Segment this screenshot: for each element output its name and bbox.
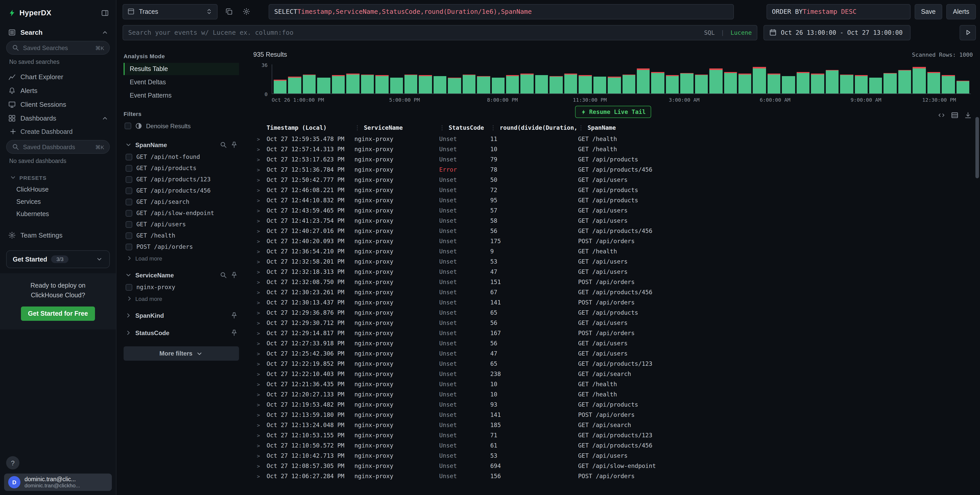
row-expand-chevron[interactable]: > xyxy=(253,392,267,397)
facet-option[interactable]: POST /api/orders xyxy=(124,241,239,252)
histogram-bar[interactable] xyxy=(898,70,911,94)
chevron-down-icon[interactable] xyxy=(125,141,132,149)
table-row[interactable]: >Oct 27 12:22:19.852 PMnginx-proxyUnset6… xyxy=(253,359,973,369)
histogram-bar[interactable] xyxy=(535,75,548,94)
histogram-bar[interactable] xyxy=(593,76,606,94)
date-range-picker[interactable]: Oct 26 13:00:00 - Oct 27 13:00:00 xyxy=(764,25,910,40)
more-filters-button[interactable]: More filters xyxy=(124,346,239,361)
table-row[interactable]: >Oct 27 12:44:10.832 PMnginx-proxyUnset9… xyxy=(253,195,973,205)
histogram-bar[interactable] xyxy=(927,72,940,94)
facet-search-icon[interactable] xyxy=(220,141,227,149)
row-expand-chevron[interactable]: > xyxy=(253,473,267,479)
row-expand-chevron[interactable]: > xyxy=(253,259,267,264)
facet-header[interactable]: StatusCode xyxy=(124,327,239,339)
row-expand-chevron[interactable]: > xyxy=(253,433,267,438)
pin-icon[interactable] xyxy=(230,141,238,149)
facet-option[interactable]: GET /api/slow-endpoint xyxy=(124,207,239,219)
row-expand-chevron[interactable]: > xyxy=(253,351,267,356)
row-expand-chevron[interactable]: > xyxy=(253,187,267,193)
histogram-bar[interactable] xyxy=(666,75,679,94)
table-density-icon[interactable] xyxy=(951,111,959,119)
pin-icon[interactable] xyxy=(230,271,238,279)
histogram-bar[interactable] xyxy=(303,74,316,94)
table-row[interactable]: >Oct 27 12:51:36.784 PMnginx-proxyError7… xyxy=(253,164,973,175)
chevron-down-icon[interactable] xyxy=(125,271,132,279)
sql-select-input[interactable]: SELECT Timestamp,ServiceName,StatusCode,… xyxy=(269,4,733,19)
saved-dashboards-input[interactable]: Saved Dashboards ⌘K xyxy=(6,140,110,154)
histogram-bar[interactable] xyxy=(738,73,751,94)
histogram-bar[interactable] xyxy=(506,75,519,94)
histogram-bar[interactable] xyxy=(724,72,737,94)
mode-event-deltas[interactable]: Event Deltas xyxy=(124,76,239,88)
mode-results-table[interactable]: Results Table xyxy=(124,63,239,75)
row-expand-chevron[interactable]: > xyxy=(253,442,267,448)
resume-live-tail-button[interactable]: Resume Live Tail xyxy=(575,106,651,118)
facet-option[interactable]: GET /health xyxy=(124,230,239,241)
table-row[interactable]: >Oct 27 12:29:14.817 PMnginx-proxyUnset1… xyxy=(253,328,973,338)
histogram-bar[interactable] xyxy=(695,74,708,94)
table-row[interactable]: >Oct 27 12:36:54.210 PMnginx-proxyUnset9… xyxy=(253,246,973,256)
row-expand-chevron[interactable]: > xyxy=(253,228,267,234)
chevron-up-icon[interactable] xyxy=(101,29,109,36)
row-expand-chevron[interactable]: > xyxy=(253,412,267,418)
table-row[interactable]: >Oct 27 12:27:33.918 PMnginx-proxyUnset5… xyxy=(253,338,973,349)
preset-item-clickhouse[interactable]: ClickHouse xyxy=(0,183,116,196)
table-row[interactable]: >Oct 27 12:41:23.754 PMnginx-proxyUnset5… xyxy=(253,216,973,226)
facet-header[interactable]: SpanName xyxy=(124,139,239,151)
histogram-bar[interactable] xyxy=(942,75,955,94)
source-select[interactable]: Traces xyxy=(123,4,218,19)
row-expand-chevron[interactable]: > xyxy=(253,402,267,407)
histogram-bar[interactable] xyxy=(869,77,882,94)
histogram-bar[interactable] xyxy=(854,75,868,94)
row-expand-chevron[interactable]: > xyxy=(253,361,267,366)
row-expand-chevron[interactable]: > xyxy=(253,320,267,326)
table-row[interactable]: >Oct 27 12:30:23.261 PMnginx-proxyUnset6… xyxy=(253,287,973,297)
row-expand-chevron[interactable]: > xyxy=(253,422,267,428)
histogram-bar[interactable] xyxy=(681,73,694,94)
table-row[interactable]: >Oct 27 12:22:10.403 PMnginx-proxyUnset2… xyxy=(253,369,973,379)
table-row[interactable]: >Oct 27 12:57:14.313 PMnginx-proxyUnset1… xyxy=(253,144,973,154)
table-row[interactable]: >Oct 27 12:29:36.876 PMnginx-proxyUnset6… xyxy=(253,307,973,318)
row-expand-chevron[interactable]: > xyxy=(253,248,267,254)
help-button[interactable]: ? xyxy=(6,456,19,470)
chevron-right-icon[interactable] xyxy=(125,312,132,319)
chevron-down-icon[interactable] xyxy=(95,255,103,263)
chevron-up-icon[interactable] xyxy=(101,115,109,122)
histogram-bar[interactable] xyxy=(840,74,853,94)
row-expand-chevron[interactable]: > xyxy=(253,177,267,183)
table-row[interactable]: >Oct 27 12:20:27.133 PMnginx-proxyUnset1… xyxy=(253,389,973,400)
facet-search-icon[interactable] xyxy=(220,271,227,279)
histogram-bar[interactable] xyxy=(317,77,331,94)
histogram-bar[interactable] xyxy=(375,75,388,94)
histogram-bar[interactable] xyxy=(826,70,838,94)
histogram-bar[interactable] xyxy=(550,76,563,94)
table-row[interactable]: >Oct 27 12:46:08.221 PMnginx-proxyUnset7… xyxy=(253,185,973,195)
histogram-bar[interactable] xyxy=(564,73,578,94)
denoise-results-toggle[interactable]: Denoise Results xyxy=(124,121,239,134)
facet-option[interactable]: GET /api/search xyxy=(124,196,239,207)
order-by-input[interactable]: ORDER BY Timestamp DESC xyxy=(766,4,910,19)
row-expand-chevron[interactable]: > xyxy=(253,290,267,295)
table-row[interactable]: >Oct 27 12:19:53.482 PMnginx-proxyUnset9… xyxy=(253,400,973,410)
row-expand-chevron[interactable]: > xyxy=(253,341,267,346)
row-expand-chevron[interactable]: > xyxy=(253,197,267,203)
histogram-bar[interactable] xyxy=(637,68,650,94)
histogram-bar[interactable] xyxy=(782,76,795,94)
row-expand-chevron[interactable]: > xyxy=(253,279,267,285)
table-row[interactable]: >Oct 27 12:30:13.437 PMnginx-proxyUnset1… xyxy=(253,297,973,307)
histogram-bar[interactable] xyxy=(608,76,621,94)
row-expand-chevron[interactable]: > xyxy=(253,136,267,142)
get-started-free-button[interactable]: Get Started for Free xyxy=(21,306,95,320)
histogram-bar[interactable] xyxy=(913,67,926,94)
save-button[interactable]: Save xyxy=(915,4,942,19)
row-expand-chevron[interactable]: > xyxy=(253,381,267,387)
table-row[interactable]: >Oct 27 12:21:36.435 PMnginx-proxyUnset1… xyxy=(253,379,973,389)
facet-option[interactable]: GET /api/products/456 xyxy=(124,185,239,196)
embed-code-icon[interactable] xyxy=(938,111,945,119)
collapse-sidebar-icon[interactable] xyxy=(101,9,109,17)
table-row[interactable]: >Oct 27 12:13:59.180 PMnginx-proxyUnset1… xyxy=(253,410,973,420)
histogram-bar[interactable] xyxy=(419,75,432,94)
facet-option-checkbox[interactable] xyxy=(126,187,132,194)
pin-icon[interactable] xyxy=(230,329,238,337)
histogram-bar[interactable] xyxy=(390,77,403,94)
